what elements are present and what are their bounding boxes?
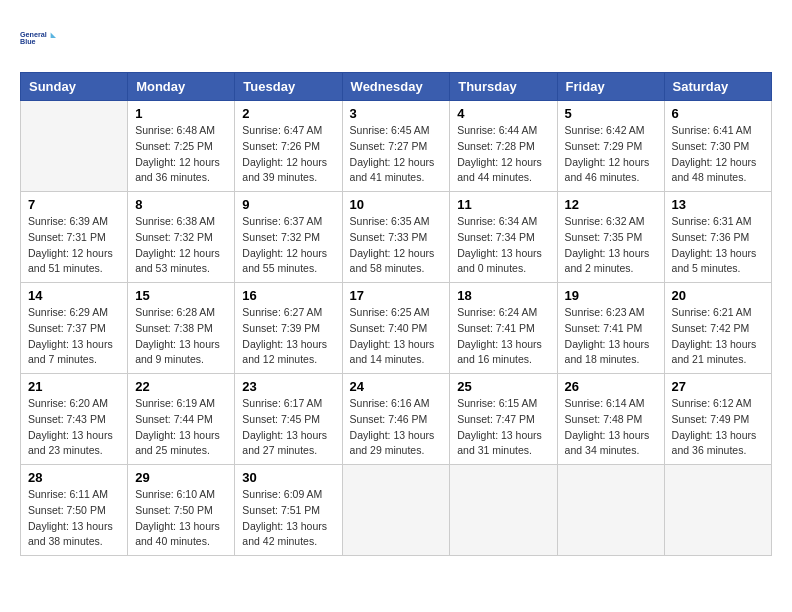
- calendar-cell: [342, 465, 450, 556]
- day-number: 23: [242, 379, 334, 394]
- week-row-4: 21Sunrise: 6:20 AM Sunset: 7:43 PM Dayli…: [21, 374, 772, 465]
- weekday-header-sunday: Sunday: [21, 73, 128, 101]
- day-number: 11: [457, 197, 549, 212]
- calendar-cell: 30Sunrise: 6:09 AM Sunset: 7:51 PM Dayli…: [235, 465, 342, 556]
- calendar-cell: [664, 465, 771, 556]
- day-info: Sunrise: 6:42 AM Sunset: 7:29 PM Dayligh…: [565, 123, 657, 186]
- svg-marker-2: [51, 33, 56, 38]
- day-info: Sunrise: 6:29 AM Sunset: 7:37 PM Dayligh…: [28, 305, 120, 368]
- day-info: Sunrise: 6:44 AM Sunset: 7:28 PM Dayligh…: [457, 123, 549, 186]
- calendar-cell: 26Sunrise: 6:14 AM Sunset: 7:48 PM Dayli…: [557, 374, 664, 465]
- calendar-cell: 19Sunrise: 6:23 AM Sunset: 7:41 PM Dayli…: [557, 283, 664, 374]
- calendar-cell: 15Sunrise: 6:28 AM Sunset: 7:38 PM Dayli…: [128, 283, 235, 374]
- day-info: Sunrise: 6:09 AM Sunset: 7:51 PM Dayligh…: [242, 487, 334, 550]
- day-number: 29: [135, 470, 227, 485]
- calendar-cell: 27Sunrise: 6:12 AM Sunset: 7:49 PM Dayli…: [664, 374, 771, 465]
- week-row-5: 28Sunrise: 6:11 AM Sunset: 7:50 PM Dayli…: [21, 465, 772, 556]
- day-info: Sunrise: 6:37 AM Sunset: 7:32 PM Dayligh…: [242, 214, 334, 277]
- weekday-header-tuesday: Tuesday: [235, 73, 342, 101]
- weekday-header-monday: Monday: [128, 73, 235, 101]
- calendar-cell: 4Sunrise: 6:44 AM Sunset: 7:28 PM Daylig…: [450, 101, 557, 192]
- week-row-1: 1Sunrise: 6:48 AM Sunset: 7:25 PM Daylig…: [21, 101, 772, 192]
- calendar-cell: [21, 101, 128, 192]
- day-info: Sunrise: 6:19 AM Sunset: 7:44 PM Dayligh…: [135, 396, 227, 459]
- day-info: Sunrise: 6:35 AM Sunset: 7:33 PM Dayligh…: [350, 214, 443, 277]
- calendar-cell: 6Sunrise: 6:41 AM Sunset: 7:30 PM Daylig…: [664, 101, 771, 192]
- day-number: 1: [135, 106, 227, 121]
- day-number: 16: [242, 288, 334, 303]
- calendar-cell: 17Sunrise: 6:25 AM Sunset: 7:40 PM Dayli…: [342, 283, 450, 374]
- day-number: 10: [350, 197, 443, 212]
- calendar-table: SundayMondayTuesdayWednesdayThursdayFrid…: [20, 72, 772, 556]
- day-info: Sunrise: 6:45 AM Sunset: 7:27 PM Dayligh…: [350, 123, 443, 186]
- day-number: 2: [242, 106, 334, 121]
- day-number: 17: [350, 288, 443, 303]
- weekday-header-wednesday: Wednesday: [342, 73, 450, 101]
- day-number: 26: [565, 379, 657, 394]
- weekday-header-row: SundayMondayTuesdayWednesdayThursdayFrid…: [21, 73, 772, 101]
- day-info: Sunrise: 6:31 AM Sunset: 7:36 PM Dayligh…: [672, 214, 764, 277]
- calendar-cell: 24Sunrise: 6:16 AM Sunset: 7:46 PM Dayli…: [342, 374, 450, 465]
- day-info: Sunrise: 6:41 AM Sunset: 7:30 PM Dayligh…: [672, 123, 764, 186]
- logo-icon: GeneralBlue: [20, 20, 56, 56]
- day-info: Sunrise: 6:48 AM Sunset: 7:25 PM Dayligh…: [135, 123, 227, 186]
- calendar-cell: 28Sunrise: 6:11 AM Sunset: 7:50 PM Dayli…: [21, 465, 128, 556]
- week-row-3: 14Sunrise: 6:29 AM Sunset: 7:37 PM Dayli…: [21, 283, 772, 374]
- day-number: 27: [672, 379, 764, 394]
- day-number: 22: [135, 379, 227, 394]
- day-number: 24: [350, 379, 443, 394]
- day-info: Sunrise: 6:15 AM Sunset: 7:47 PM Dayligh…: [457, 396, 549, 459]
- weekday-header-friday: Friday: [557, 73, 664, 101]
- day-number: 3: [350, 106, 443, 121]
- day-info: Sunrise: 6:14 AM Sunset: 7:48 PM Dayligh…: [565, 396, 657, 459]
- calendar-cell: 5Sunrise: 6:42 AM Sunset: 7:29 PM Daylig…: [557, 101, 664, 192]
- day-info: Sunrise: 6:39 AM Sunset: 7:31 PM Dayligh…: [28, 214, 120, 277]
- day-number: 25: [457, 379, 549, 394]
- calendar-cell: 1Sunrise: 6:48 AM Sunset: 7:25 PM Daylig…: [128, 101, 235, 192]
- day-number: 9: [242, 197, 334, 212]
- day-number: 8: [135, 197, 227, 212]
- day-info: Sunrise: 6:25 AM Sunset: 7:40 PM Dayligh…: [350, 305, 443, 368]
- calendar-cell: 7Sunrise: 6:39 AM Sunset: 7:31 PM Daylig…: [21, 192, 128, 283]
- day-info: Sunrise: 6:12 AM Sunset: 7:49 PM Dayligh…: [672, 396, 764, 459]
- day-number: 18: [457, 288, 549, 303]
- day-number: 28: [28, 470, 120, 485]
- calendar-cell: 12Sunrise: 6:32 AM Sunset: 7:35 PM Dayli…: [557, 192, 664, 283]
- calendar-cell: 3Sunrise: 6:45 AM Sunset: 7:27 PM Daylig…: [342, 101, 450, 192]
- logo: GeneralBlue: [20, 20, 56, 56]
- day-info: Sunrise: 6:32 AM Sunset: 7:35 PM Dayligh…: [565, 214, 657, 277]
- day-number: 12: [565, 197, 657, 212]
- day-number: 15: [135, 288, 227, 303]
- weekday-header-saturday: Saturday: [664, 73, 771, 101]
- calendar-cell: 13Sunrise: 6:31 AM Sunset: 7:36 PM Dayli…: [664, 192, 771, 283]
- page-header: GeneralBlue: [20, 20, 772, 56]
- weekday-header-thursday: Thursday: [450, 73, 557, 101]
- day-number: 21: [28, 379, 120, 394]
- calendar-cell: 10Sunrise: 6:35 AM Sunset: 7:33 PM Dayli…: [342, 192, 450, 283]
- calendar-cell: 9Sunrise: 6:37 AM Sunset: 7:32 PM Daylig…: [235, 192, 342, 283]
- calendar-cell: 11Sunrise: 6:34 AM Sunset: 7:34 PM Dayli…: [450, 192, 557, 283]
- day-info: Sunrise: 6:27 AM Sunset: 7:39 PM Dayligh…: [242, 305, 334, 368]
- calendar-cell: 29Sunrise: 6:10 AM Sunset: 7:50 PM Dayli…: [128, 465, 235, 556]
- calendar-cell: 8Sunrise: 6:38 AM Sunset: 7:32 PM Daylig…: [128, 192, 235, 283]
- calendar-cell: 20Sunrise: 6:21 AM Sunset: 7:42 PM Dayli…: [664, 283, 771, 374]
- day-info: Sunrise: 6:17 AM Sunset: 7:45 PM Dayligh…: [242, 396, 334, 459]
- day-info: Sunrise: 6:23 AM Sunset: 7:41 PM Dayligh…: [565, 305, 657, 368]
- day-number: 6: [672, 106, 764, 121]
- day-info: Sunrise: 6:38 AM Sunset: 7:32 PM Dayligh…: [135, 214, 227, 277]
- day-info: Sunrise: 6:21 AM Sunset: 7:42 PM Dayligh…: [672, 305, 764, 368]
- day-info: Sunrise: 6:28 AM Sunset: 7:38 PM Dayligh…: [135, 305, 227, 368]
- calendar-cell: [450, 465, 557, 556]
- day-info: Sunrise: 6:20 AM Sunset: 7:43 PM Dayligh…: [28, 396, 120, 459]
- day-info: Sunrise: 6:47 AM Sunset: 7:26 PM Dayligh…: [242, 123, 334, 186]
- day-number: 7: [28, 197, 120, 212]
- calendar-cell: 18Sunrise: 6:24 AM Sunset: 7:41 PM Dayli…: [450, 283, 557, 374]
- day-info: Sunrise: 6:16 AM Sunset: 7:46 PM Dayligh…: [350, 396, 443, 459]
- calendar-cell: 21Sunrise: 6:20 AM Sunset: 7:43 PM Dayli…: [21, 374, 128, 465]
- calendar-cell: 2Sunrise: 6:47 AM Sunset: 7:26 PM Daylig…: [235, 101, 342, 192]
- day-info: Sunrise: 6:11 AM Sunset: 7:50 PM Dayligh…: [28, 487, 120, 550]
- day-number: 13: [672, 197, 764, 212]
- day-info: Sunrise: 6:24 AM Sunset: 7:41 PM Dayligh…: [457, 305, 549, 368]
- calendar-cell: 16Sunrise: 6:27 AM Sunset: 7:39 PM Dayli…: [235, 283, 342, 374]
- svg-text:Blue: Blue: [20, 37, 36, 46]
